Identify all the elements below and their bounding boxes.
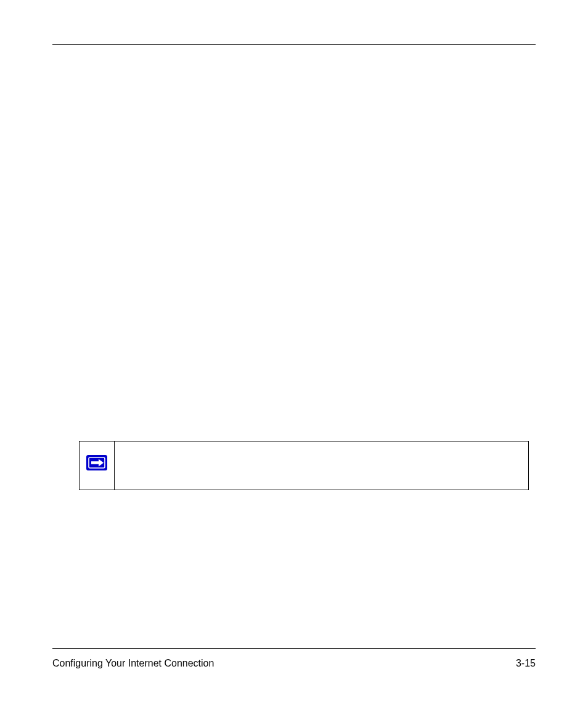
footer-page-number: 3-15 bbox=[516, 658, 536, 669]
document-page: Configuring Your Internet Connection 3-1… bbox=[0, 0, 588, 706]
page-footer: Configuring Your Internet Connection 3-1… bbox=[52, 658, 536, 669]
arrow-right-icon bbox=[86, 455, 107, 470]
footer-rule bbox=[52, 648, 536, 649]
header-rule bbox=[52, 44, 536, 45]
note-vertical-divider bbox=[114, 441, 115, 490]
note-callout-box bbox=[79, 441, 529, 490]
footer-section-title: Configuring Your Internet Connection bbox=[52, 658, 214, 669]
svg-rect-2 bbox=[91, 461, 99, 464]
